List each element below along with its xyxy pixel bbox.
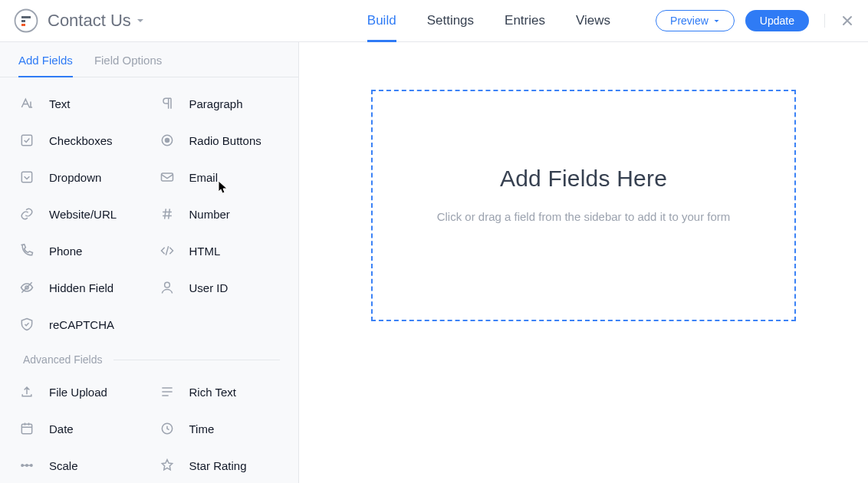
advanced-fields-divider: Advanced Fields: [0, 349, 298, 370]
text-icon: [18, 95, 35, 112]
field-label: Checkboxes: [49, 134, 113, 147]
svg-rect-8: [161, 173, 173, 181]
field-email[interactable]: Email: [150, 159, 290, 196]
star-icon: [159, 457, 176, 474]
form-title-dropdown[interactable]: Contact Us: [48, 11, 145, 31]
close-icon[interactable]: [840, 14, 854, 28]
field-label: Time: [189, 422, 215, 435]
app-logo-icon: [14, 8, 38, 33]
update-label: Update: [760, 15, 794, 26]
field-label: Star Rating: [189, 459, 247, 472]
caret-down-icon: [136, 16, 145, 25]
field-star-rating[interactable]: Star Rating: [150, 447, 290, 483]
field-phone[interactable]: Phone: [9, 232, 150, 269]
clock-icon: [159, 420, 176, 437]
checkbox-icon: [18, 132, 35, 149]
tab-settings[interactable]: Settings: [427, 1, 474, 42]
preview-button[interactable]: Preview: [656, 10, 735, 31]
sidebar-tab-field-options[interactable]: Field Options: [94, 54, 162, 77]
field-label: Number: [189, 208, 230, 221]
dropzone-title: Add Fields Here: [500, 166, 667, 192]
advanced-fields: File Upload Rich Text Date Time Scale St…: [0, 370, 298, 483]
field-number[interactable]: Number: [150, 196, 290, 232]
field-label: Radio Buttons: [189, 134, 261, 147]
divider-line: [113, 360, 280, 360]
field-hidden[interactable]: Hidden Field: [9, 269, 150, 306]
tab-build[interactable]: Build: [367, 1, 396, 42]
tab-entries[interactable]: Entries: [505, 1, 545, 42]
field-label: Text: [49, 97, 71, 110]
dropdown-icon: [18, 169, 35, 186]
field-label: File Upload: [49, 386, 107, 399]
field-userid[interactable]: User ID: [150, 269, 290, 306]
shield-check-icon: [18, 316, 35, 333]
rich-text-icon: [159, 383, 176, 400]
field-recaptcha[interactable]: reCAPTCHA: [9, 306, 150, 343]
svg-rect-3: [21, 24, 25, 26]
calendar-icon: [18, 420, 35, 437]
caret-down-icon: [713, 18, 720, 25]
close-area: [824, 14, 854, 28]
hash-icon: [159, 205, 176, 222]
top-actions: Preview Update: [656, 10, 854, 31]
field-radio-buttons[interactable]: Radio Buttons: [150, 122, 290, 159]
field-checkboxes[interactable]: Checkboxes: [9, 122, 150, 159]
field-time[interactable]: Time: [150, 410, 290, 447]
user-icon: [159, 279, 176, 296]
field-paragraph[interactable]: Paragraph: [150, 85, 290, 122]
tab-views[interactable]: Views: [576, 1, 610, 42]
dropzone-subtitle: Click or drag a field from the sidebar t…: [437, 210, 731, 223]
field-label: User ID: [189, 281, 229, 294]
field-url[interactable]: Website/URL: [9, 196, 150, 232]
dropzone[interactable]: Add Fields Here Click or drag a field fr…: [371, 90, 796, 321]
field-text[interactable]: Text: [9, 85, 150, 122]
email-icon: [159, 169, 176, 186]
svg-rect-4: [21, 135, 31, 145]
field-date[interactable]: Date: [9, 410, 150, 447]
svg-point-6: [165, 139, 169, 143]
svg-point-10: [164, 282, 169, 288]
top-tabs: Build Settings Entries Views: [367, 0, 610, 41]
field-file-upload[interactable]: File Upload: [9, 373, 150, 410]
field-label: Hidden Field: [49, 281, 113, 294]
phone-icon: [18, 242, 35, 259]
code-icon: [159, 242, 176, 259]
field-label: Dropdown: [49, 171, 101, 184]
svg-rect-7: [21, 172, 31, 182]
sidebar-tabs: Add Fields Field Options: [0, 42, 298, 77]
field-html[interactable]: HTML: [150, 232, 290, 269]
canvas: Add Fields Here Click or drag a field fr…: [299, 42, 868, 483]
field-label: Scale: [49, 459, 78, 472]
field-label: Rich Text: [189, 386, 236, 399]
upload-icon: [18, 383, 35, 400]
radio-icon: [159, 132, 176, 149]
top-bar: Contact Us Build Settings Entries Views …: [0, 0, 868, 42]
advanced-fields-label: Advanced Fields: [23, 353, 103, 366]
link-icon: [18, 205, 35, 222]
svg-rect-2: [21, 20, 25, 22]
field-label: Paragraph: [189, 97, 243, 110]
logo-area: Contact Us: [14, 8, 145, 33]
svg-rect-11: [21, 424, 31, 434]
svg-rect-1: [21, 16, 31, 18]
field-label: HTML: [189, 245, 221, 258]
field-label: Date: [49, 422, 74, 435]
basic-fields: Text Paragraph Checkboxes Radio Buttons …: [0, 77, 298, 343]
field-dropdown[interactable]: Dropdown: [9, 159, 150, 196]
paragraph-icon: [159, 95, 176, 112]
svg-point-0: [15, 10, 38, 32]
field-rich-text[interactable]: Rich Text: [150, 373, 290, 410]
field-label: Website/URL: [49, 208, 117, 221]
sidebar-tab-add-fields[interactable]: Add Fields: [18, 54, 73, 77]
field-label: reCAPTCHA: [49, 318, 114, 331]
form-title-text: Contact Us: [48, 11, 131, 31]
update-button[interactable]: Update: [745, 10, 809, 31]
field-scale[interactable]: Scale: [9, 447, 150, 483]
body: Add Fields Field Options Text Paragraph …: [0, 42, 868, 483]
preview-label: Preview: [670, 15, 709, 26]
sidebar: Add Fields Field Options Text Paragraph …: [0, 42, 299, 483]
field-label: Email: [189, 171, 219, 184]
scale-icon: [18, 457, 35, 474]
eye-off-icon: [18, 279, 35, 296]
field-label: Phone: [49, 245, 82, 258]
